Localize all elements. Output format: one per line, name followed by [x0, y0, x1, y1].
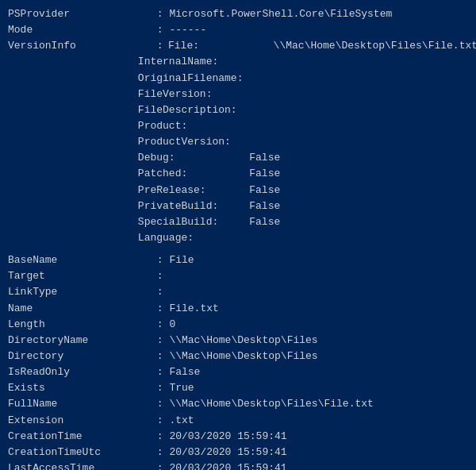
terminal-line: PrivateBuild: False: [8, 198, 468, 214]
terminal-line: FullName : \\Mac\Home\Desktop\Files\File…: [8, 396, 468, 412]
terminal-line: CreationTimeUtc : 20/03/2020 15:59:41: [8, 445, 468, 460]
terminal-key: Length: [8, 317, 151, 333]
blank-line: [8, 246, 468, 252]
terminal-value: PrivateBuild: False: [8, 198, 280, 214]
terminal-line: PreRelease: False: [8, 183, 468, 198]
terminal-separator: :: [151, 252, 169, 268]
terminal-line: BaseName : File: [8, 252, 468, 268]
terminal-separator: :: [151, 284, 169, 300]
terminal-separator: :: [151, 445, 169, 460]
terminal-key: CreationTime: [8, 429, 151, 445]
terminal-key: Directory: [8, 349, 151, 364]
terminal-line: InternalName:: [8, 54, 468, 70]
terminal-value: File: [169, 252, 194, 268]
terminal-key: Mode: [8, 22, 151, 38]
terminal-line: IsReadOnly : False: [8, 364, 468, 380]
terminal-separator: :: [151, 333, 169, 349]
terminal-line: FileVersion:: [8, 87, 468, 102]
terminal-value: \\Mac\Home\Desktop\Files: [169, 333, 317, 349]
terminal-line: LastAccessTime : 20/03/2020 15:59:41: [8, 460, 468, 470]
terminal-separator: :: [151, 380, 169, 396]
terminal-value: Debug: False: [8, 150, 280, 166]
terminal-line: Product:: [8, 118, 468, 134]
terminal-value: Language:: [8, 230, 194, 246]
terminal-line: LinkType :: [8, 284, 468, 300]
terminal-line: DirectoryName : \\Mac\Home\Desktop\Files: [8, 333, 468, 349]
terminal-value: InternalName:: [8, 54, 218, 70]
terminal-value: FileVersion:: [8, 87, 212, 102]
terminal-value: ProductVersion:: [8, 134, 231, 150]
terminal-value: 20/03/2020 15:59:41: [169, 445, 286, 460]
terminal-line: SpecialBuild: False: [8, 214, 468, 230]
terminal-value: Microsoft.PowerShell.Core\FileSystem: [169, 6, 392, 22]
terminal-value: False: [169, 364, 200, 380]
terminal-value: True: [169, 380, 194, 396]
terminal-key: IsReadOnly: [8, 364, 151, 380]
terminal-line: OriginalFilename:: [8, 71, 468, 87]
terminal-line: Length : 0: [8, 317, 468, 333]
terminal-separator: :: [151, 429, 169, 445]
terminal-separator: :: [151, 317, 169, 333]
terminal-separator: :: [151, 396, 169, 412]
terminal-key: Extension: [8, 413, 151, 429]
terminal-separator: :: [151, 301, 169, 317]
terminal-separator: :: [151, 349, 169, 364]
terminal-separator: :: [151, 268, 169, 284]
terminal-key: Exists: [8, 380, 151, 396]
terminal-line: VersionInfo : File: \\Mac\Home\Desktop\F…: [8, 38, 468, 54]
terminal-key: VersionInfo: [8, 38, 151, 54]
terminal-key: BaseName: [8, 252, 151, 268]
terminal-key: LastAccessTime: [8, 460, 151, 470]
terminal-line: Language:: [8, 230, 468, 246]
terminal-separator: :: [151, 38, 168, 54]
terminal-value: PreRelease: False: [8, 183, 280, 198]
terminal-line: Target :: [8, 268, 468, 284]
terminal-key: DirectoryName: [8, 333, 151, 349]
terminal-value: Product:: [8, 118, 187, 134]
terminal-separator: :: [151, 6, 169, 22]
terminal-line: FileDescription:: [8, 102, 468, 118]
terminal-value: Patched: False: [8, 166, 280, 182]
terminal-value: 0: [169, 317, 175, 333]
terminal-value: \\Mac\Home\Desktop\Files: [169, 349, 317, 364]
terminal-line: Mode : ------: [8, 22, 468, 38]
terminal-key: Name: [8, 301, 151, 317]
terminal-value: SpecialBuild: False: [8, 214, 280, 230]
terminal-line: CreationTime : 20/03/2020 15:59:41: [8, 429, 468, 445]
terminal-value: File: \\Mac\Home\Desktop\Files\File.txt: [168, 38, 476, 54]
terminal-line: Directory : \\Mac\Home\Desktop\Files: [8, 349, 468, 364]
terminal-key: LinkType: [8, 284, 151, 300]
terminal-key: PSProvider: [8, 6, 151, 22]
terminal-value: 20/03/2020 15:59:41: [169, 429, 286, 445]
terminal-value: ------: [169, 22, 206, 38]
terminal-separator: :: [151, 22, 169, 38]
terminal-value: \\Mac\Home\Desktop\Files\File.txt: [169, 396, 373, 412]
terminal-line: Patched: False: [8, 166, 468, 182]
terminal-line: Extension : .txt: [8, 413, 468, 429]
terminal-value: File.txt: [169, 301, 218, 317]
terminal-line: PSProvider : Microsoft.PowerShell.Core\F…: [8, 6, 468, 22]
terminal-key: FullName: [8, 396, 151, 412]
terminal-line: Exists : True: [8, 380, 468, 396]
terminal-line: Debug: False: [8, 150, 468, 166]
terminal-separator: :: [151, 413, 169, 429]
terminal-window: PSProvider : Microsoft.PowerShell.Core\F…: [0, 0, 476, 470]
terminal-value: FileDescription:: [8, 102, 237, 118]
terminal-line: Name : File.txt: [8, 301, 468, 317]
terminal-line: ProductVersion:: [8, 134, 468, 150]
terminal-value: .txt: [169, 413, 194, 429]
terminal-separator: :: [151, 460, 169, 470]
terminal-value: 20/03/2020 15:59:41: [169, 460, 286, 470]
terminal-key: CreationTimeUtc: [8, 445, 151, 460]
terminal-key: Target: [8, 268, 151, 284]
terminal-separator: :: [151, 364, 169, 380]
terminal-value: OriginalFilename:: [8, 71, 243, 87]
